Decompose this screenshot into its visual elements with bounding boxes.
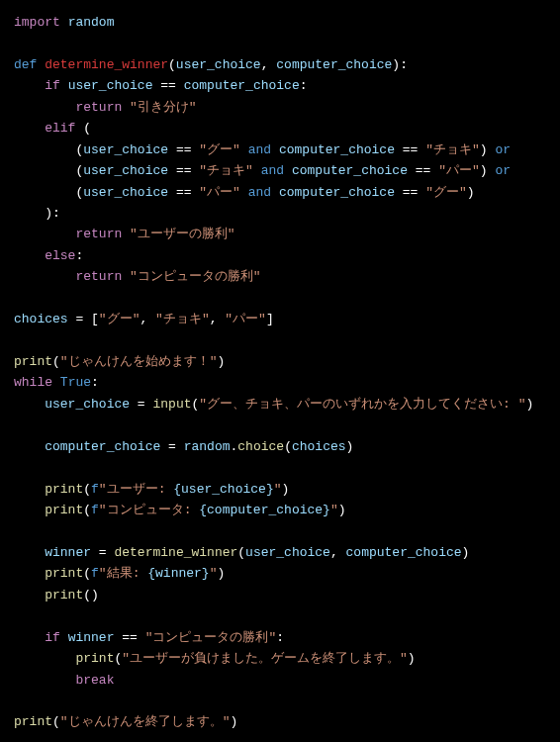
paren: (	[237, 545, 245, 560]
paren: )	[218, 566, 226, 581]
builtin-print: print	[45, 588, 83, 603]
var: user_choice	[83, 163, 168, 178]
var: computer_choice	[292, 163, 408, 178]
fstring-prefix: f	[91, 482, 99, 497]
var: computer_choice	[279, 142, 395, 157]
colon: :	[276, 630, 284, 645]
string: "	[274, 482, 282, 497]
op: =	[75, 312, 83, 326]
param: user_choice	[176, 57, 261, 72]
kw-or: or	[495, 142, 511, 157]
func-name: determine_winner	[45, 57, 168, 72]
colon: :	[91, 375, 99, 390]
builtin-print: print	[45, 503, 83, 517]
var: winner	[45, 545, 91, 560]
op: =	[168, 439, 176, 454]
fstring-prefix: f	[91, 566, 99, 581]
kw-and: and	[248, 185, 271, 200]
paren: ()	[83, 588, 99, 603]
paren: )	[480, 163, 488, 178]
paren: (	[284, 439, 292, 454]
var: computer_choice	[279, 185, 395, 200]
string: "引き分け"	[130, 100, 197, 115]
string: "コンピュータ:	[99, 503, 199, 517]
paren: )	[467, 185, 475, 200]
string: "グー"	[199, 142, 240, 157]
string: "パー"	[225, 312, 266, 326]
paren: )	[392, 57, 400, 72]
string: "コンピュータの勝利"	[130, 269, 261, 284]
colon: :	[75, 248, 83, 263]
op: ==	[403, 142, 419, 157]
kw-def: def	[14, 57, 37, 72]
op: ==	[176, 185, 192, 200]
op: ==	[176, 142, 192, 157]
var: winner	[68, 630, 115, 645]
op: ==	[122, 630, 138, 645]
kw-return: return	[75, 269, 122, 284]
string: "	[330, 503, 338, 517]
string: "ユーザーが負けました。ゲームを終了します。"	[122, 651, 408, 666]
var: user_choice	[83, 142, 168, 157]
method: choice	[237, 439, 284, 454]
param: computer_choice	[276, 57, 392, 72]
fstring-var: {computer_choice}	[199, 503, 330, 517]
kw-if: if	[45, 630, 60, 645]
paren: )	[217, 354, 225, 369]
string: "パー"	[199, 185, 240, 200]
colon: :	[300, 78, 308, 93]
comma: ,	[210, 312, 226, 326]
paren: )	[408, 651, 416, 666]
colon: :	[400, 57, 408, 72]
bracket: [	[91, 312, 99, 326]
var: computer_choice	[346, 545, 462, 560]
string: "じゃんけんを始めます！"	[60, 354, 218, 369]
kw-import: import	[14, 15, 60, 30]
paren: (	[52, 354, 60, 369]
string: "グー"	[99, 312, 140, 326]
op: ==	[416, 163, 431, 178]
op: =	[138, 397, 145, 412]
fstring-var: {user_choice}	[173, 482, 273, 497]
bracket: ]	[266, 312, 274, 326]
paren: (	[83, 503, 91, 517]
var: choices	[292, 439, 346, 454]
comma: ,	[330, 545, 346, 560]
module-name: random	[68, 15, 115, 30]
kw-or: or	[495, 163, 511, 178]
kw-elif: elif	[45, 121, 75, 136]
var: user_choice	[245, 545, 330, 560]
string: "チョキ"	[425, 142, 480, 157]
string: "ユーザーの勝利"	[130, 227, 235, 241]
string: "結果:	[99, 566, 147, 581]
paren: )	[45, 206, 52, 221]
kw-while: while	[14, 375, 52, 390]
string: "チョキ"	[155, 312, 210, 326]
code-block: import random def determine_winner(user_…	[14, 12, 546, 733]
module-ref: random	[184, 439, 231, 454]
paren: (	[168, 57, 176, 72]
paren: )	[526, 397, 534, 412]
string: "チョキ"	[199, 163, 253, 178]
op: =	[99, 545, 107, 560]
string: "グー"	[425, 185, 467, 200]
kw-true: True	[60, 375, 91, 390]
paren: )	[230, 714, 237, 729]
paren: )	[480, 142, 488, 157]
var: user_choice	[45, 397, 130, 412]
colon: :	[52, 206, 60, 221]
paren: (	[83, 566, 91, 581]
string: "パー"	[438, 163, 480, 178]
func-call: determine_winner	[114, 545, 237, 560]
paren: (	[83, 482, 91, 497]
op: ==	[176, 163, 192, 178]
string: "	[210, 566, 218, 581]
var: computer_choice	[184, 78, 300, 93]
kw-return: return	[75, 227, 122, 241]
string: "グー、チョキ、パーのいずれかを入力してください: "	[199, 397, 525, 412]
fstring-var: {winner}	[147, 566, 209, 581]
paren: (	[83, 121, 91, 136]
op: ==	[160, 78, 176, 93]
var: computer_choice	[45, 439, 160, 454]
builtin-print: print	[45, 566, 83, 581]
